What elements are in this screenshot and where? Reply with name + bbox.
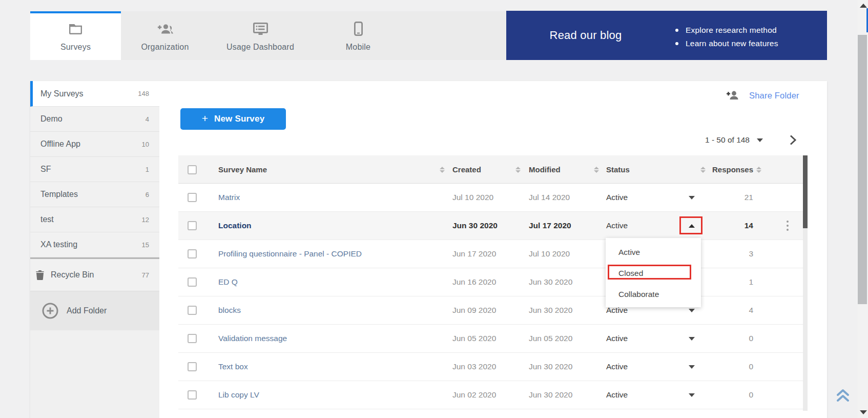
row-checkbox-cell (188, 325, 197, 352)
row-checkbox[interactable] (188, 277, 197, 287)
row-checkbox[interactable] (188, 193, 197, 202)
folder-count: 1 (146, 166, 149, 173)
dropdown-item-collaborate[interactable]: Collaborate (606, 284, 701, 305)
bullet-dot-icon (675, 29, 678, 32)
folders-sidebar: My Surveys148Demo4Offline App10SF1Templa… (30, 81, 159, 418)
sort-icon-modified[interactable] (594, 155, 599, 184)
created-date: Jul 10 2020 (452, 184, 493, 211)
row-checkbox[interactable] (188, 390, 197, 400)
folder-icon (69, 21, 82, 36)
table-row-text-box: Text boxJun 03 2020Jun 30 2020Active0 (178, 353, 803, 381)
sort-icon-survey-name[interactable] (440, 155, 445, 184)
next-page-chevron[interactable] (787, 134, 798, 146)
survey-name-link[interactable]: Text box (218, 353, 248, 381)
column-header-survey-name[interactable]: Survey Name (218, 155, 267, 184)
new-survey-button[interactable]: + New Survey (180, 108, 286, 130)
responses-count: 4 (711, 296, 753, 324)
status-dropdown-toggle[interactable] (688, 353, 696, 381)
row-actions-menu[interactable] (784, 212, 791, 240)
blog-banner[interactable]: Read our blog Explore research methodLea… (506, 11, 827, 60)
survey-name-link[interactable]: Validation message (218, 325, 287, 352)
responses-count: 14 (711, 212, 753, 240)
survey-name-link[interactable]: Matrix (218, 184, 240, 211)
sort-icon-status[interactable] (700, 155, 706, 184)
annotation-box-closed (608, 265, 691, 280)
survey-name-link[interactable]: Lib copy LV (218, 381, 259, 409)
scrollbar-down-arrow[interactable] (860, 410, 867, 414)
status-dropdown-toggle[interactable] (688, 325, 696, 352)
select-all-checkbox[interactable] (188, 165, 197, 174)
column-header-status[interactable]: Status (606, 155, 630, 184)
table-row-location: LocationJun 30 2020Jul 17 2020Active14 (178, 212, 803, 240)
survey-name-link[interactable]: blocks (218, 296, 241, 324)
bullet-text: Explore research method (686, 26, 777, 35)
column-header-created[interactable]: Created (452, 155, 481, 184)
sidebar-item-recycle-bin[interactable]: Recycle Bin 77 (30, 259, 159, 291)
scrollbar-thumb[interactable] (858, 35, 867, 304)
table-row-profiling-questionnaire-panel-copied: Profiling questionnaire - Panel - COPIED… (178, 240, 803, 268)
share-folder-button[interactable]: Share Folder (726, 89, 799, 102)
banner-bullet-list: Explore research methodLearn about new f… (675, 11, 778, 60)
folder-count: 4 (146, 115, 149, 123)
folder-label: Offline App (40, 140, 80, 149)
table-scrollbar-thumb[interactable] (803, 155, 808, 228)
modified-date: Jul 14 2020 (529, 184, 570, 211)
sidebar-item-sf[interactable]: SF1 (30, 157, 159, 182)
folder-count: 148 (138, 90, 149, 97)
scroll-to-top-icon[interactable] (837, 388, 849, 403)
row-checkbox[interactable] (188, 334, 197, 343)
column-header-modified[interactable]: Modified (529, 155, 561, 184)
pagination-range[interactable]: 1 - 50 of 148 (705, 135, 750, 145)
table-row-ed-q: ED QJun 16 2020Jun 30 2020Active1 (178, 268, 803, 296)
status-dropdown-toggle[interactable] (688, 184, 696, 211)
sidebar-item-templates[interactable]: Templates6 (30, 182, 159, 207)
table-row-lib-copy-lv: Lib copy LVJun 02 2020Jun 30 2020Active0 (178, 381, 803, 409)
folder-label: Templates (40, 190, 78, 199)
pagination-caret-icon[interactable] (757, 138, 763, 142)
table-row-validation-message: Validation messageJun 05 2020Jun 05 2020… (178, 325, 803, 353)
survey-name-link[interactable]: Location (218, 212, 252, 240)
page-scrollbar[interactable] (858, 0, 868, 418)
tab-label: Usage Dashboard (226, 43, 294, 52)
tab-usage-dashboard[interactable]: Usage Dashboard (214, 11, 306, 60)
survey-name-link[interactable]: Profiling questionnaire - Panel - COPIED (218, 240, 362, 268)
sidebar-item-my-surveys[interactable]: My Surveys148 (30, 81, 159, 107)
dropdown-item-active[interactable]: Active (606, 242, 701, 263)
add-folder-button[interactable]: Add Folder (30, 291, 159, 330)
row-checkbox[interactable] (188, 221, 197, 230)
status-caret-icon (689, 309, 695, 312)
tab-surveys[interactable]: Surveys (30, 11, 121, 60)
table-scrollbar[interactable] (803, 155, 808, 411)
folder-count: 6 (146, 191, 149, 198)
tab-mobile[interactable]: Mobile (312, 11, 404, 60)
mobile-icon (354, 21, 363, 36)
top-tab-bar: SurveysOrganizationUsage DashboardMobile (30, 11, 506, 60)
status-dropdown-toggle[interactable] (688, 381, 696, 409)
survey-name-link[interactable]: ED Q (218, 268, 238, 296)
sort-icon-created[interactable] (515, 155, 521, 184)
row-checkbox[interactable] (188, 306, 197, 315)
dashboard-icon (253, 21, 268, 36)
created-date: Jun 05 2020 (452, 325, 496, 352)
sidebar-item-offline-app[interactable]: Offline App10 (30, 132, 159, 157)
share-folder-label: Share Folder (749, 91, 799, 101)
column-header-responses[interactable]: Responses (712, 155, 753, 184)
row-checkbox-cell (188, 268, 197, 296)
sort-icon-responses[interactable] (756, 155, 761, 184)
scrollbar-up-arrow[interactable] (860, 4, 867, 8)
created-date: Jun 03 2020 (452, 353, 496, 381)
person-add-icon (726, 91, 739, 100)
created-date: Jun 02 2020 (452, 381, 496, 409)
status-value: Active (606, 184, 628, 211)
row-checkbox[interactable] (188, 249, 197, 258)
tab-organization[interactable]: Organization (119, 11, 211, 60)
row-checkbox-cell (188, 381, 197, 409)
created-date: Jun 17 2020 (452, 240, 496, 268)
folder-count: 10 (142, 141, 149, 148)
sidebar-item-xa-testing[interactable]: XA testing15 (30, 232, 159, 257)
sidebar-item-demo[interactable]: Demo4 (30, 107, 159, 132)
sidebar-item-test[interactable]: test12 (30, 207, 159, 232)
status-value: Active (606, 381, 628, 409)
row-checkbox[interactable] (188, 362, 197, 371)
folder-label: My Surveys (40, 89, 84, 98)
